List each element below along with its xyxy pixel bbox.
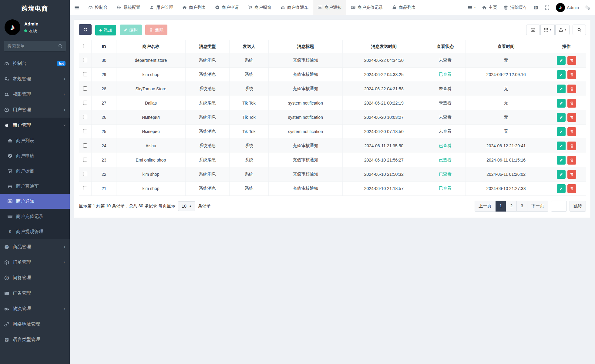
delete-row-button[interactable] [567, 127, 576, 136]
user-menu[interactable]: ♪ ♪ ♪ Admin [556, 3, 579, 12]
edit-row-button[interactable] [557, 142, 566, 150]
sidebar-item-orders[interactable]: 订单管理 ‹ [0, 255, 70, 270]
add-button[interactable]: + 添加 [95, 25, 116, 35]
tab-user-mgmt[interactable]: 用户管理 [145, 0, 178, 15]
page-3-button[interactable]: 3 [516, 201, 527, 212]
delete-row-button[interactable] [567, 56, 576, 65]
sidebar-item-logistics[interactable]: 物流管理 ‹ [0, 301, 70, 316]
list-icon [468, 5, 472, 10]
home-link[interactable]: 主页 [482, 5, 497, 10]
fullscreen-button[interactable] [545, 5, 550, 10]
delete-row-button[interactable] [567, 113, 576, 122]
sidebar-item-goods[interactable]: 商品管理 ‹ [0, 239, 70, 255]
edit-button[interactable]: 编辑 [120, 25, 142, 35]
search-toggle-button[interactable] [573, 25, 586, 35]
cell-type: 系统消息 [185, 53, 229, 68]
tab-goods-list[interactable]: 商品列表 [388, 0, 420, 15]
cell-type: 系统消息 [185, 96, 229, 110]
edit-row-button[interactable] [557, 170, 566, 179]
row-checkbox[interactable] [83, 158, 87, 162]
language-button[interactable] [533, 5, 538, 10]
column-header-sender: 发送人 [230, 40, 269, 53]
columns-button[interactable]: ▾ [540, 25, 555, 35]
status-badge: 未查看 [439, 115, 452, 119]
edit-row-button[interactable] [557, 99, 566, 108]
export-button[interactable]: ▾ [555, 25, 570, 35]
sidebar-item-merchant-list[interactable]: 商户列表 [0, 133, 70, 148]
delete-row-button[interactable] [567, 170, 576, 179]
row-checkbox[interactable] [83, 186, 87, 190]
tab-merchant-express[interactable]: 商户直通车 [276, 0, 313, 15]
trash-icon [570, 130, 574, 134]
tab-list-dropdown[interactable]: ▾ [468, 5, 476, 10]
edit-row-button[interactable] [557, 113, 566, 122]
detail-view-button[interactable] [526, 25, 540, 35]
page-2-button[interactable]: 2 [506, 201, 517, 212]
edit-row-button[interactable] [557, 184, 566, 193]
tab-merchant-notice[interactable]: 商户通知 [313, 0, 346, 15]
cell-type: 系统消息 [185, 110, 229, 125]
next-page-button[interactable]: 下一页 [527, 201, 548, 212]
user-circle-icon [4, 108, 9, 112]
sidebar-item-auth[interactable]: 权限管理 ‹ [0, 87, 70, 102]
row-checkbox[interactable] [83, 115, 87, 119]
sidebar-item-general[interactable]: 常规管理 ‹ [0, 71, 70, 87]
delete-row-button[interactable] [567, 85, 576, 93]
page-size-select[interactable]: 10 ▲ [178, 201, 195, 211]
sidebar-item-merchant-showcase[interactable]: 商户橱窗 [0, 163, 70, 179]
edit-row-button[interactable] [557, 85, 566, 93]
cell-type: 系统消息 [185, 167, 229, 182]
row-checkbox[interactable] [83, 129, 87, 133]
sidebar-item-merchant-recharge[interactable]: 商户充值记录 [0, 209, 70, 224]
row-checkbox[interactable] [83, 58, 87, 62]
clear-cache-button[interactable]: 清除缓存 [503, 5, 527, 10]
edit-row-button[interactable] [557, 127, 566, 136]
jump-button[interactable]: 跳转 [570, 201, 586, 212]
edit-row-button[interactable] [557, 70, 566, 79]
tab-merchant-recharge[interactable]: 商户充值记录 [346, 0, 388, 15]
delete-row-button[interactable] [567, 156, 576, 165]
settings-button[interactable] [585, 5, 590, 10]
edit-row-button[interactable] [557, 56, 566, 65]
row-checkbox[interactable] [83, 86, 87, 91]
cell-view-time: 2024-06-11 01:15:16 [465, 153, 547, 167]
page-1-button[interactable]: 1 [496, 201, 506, 212]
row-checkbox[interactable] [83, 72, 87, 76]
sidebar-item-user-mgmt[interactable]: 用户管理 ‹ [0, 102, 70, 118]
sidebar-item-merchant-express[interactable]: 商户直通车 [0, 179, 70, 194]
tab-dashboard[interactable]: 控制台 [84, 0, 112, 15]
tab-merchant-list[interactable]: 商户列表 [178, 0, 210, 15]
tab-merchant-apply[interactable]: 商户申请 [210, 0, 243, 15]
home-icon [8, 138, 12, 143]
sidebar-item-network[interactable]: 网络地址管理 [0, 316, 70, 332]
hamburger-menu-icon[interactable] [70, 0, 84, 15]
delete-row-button[interactable] [567, 142, 576, 150]
sidebar-item-ads[interactable]: 广告管理 [0, 286, 70, 301]
cell-view-time: 2024-06-10 21:27:33 [465, 182, 547, 196]
sidebar-item-dashboard[interactable]: 控制台 hot [0, 56, 70, 71]
delete-row-button[interactable] [567, 70, 576, 79]
sidebar-item-qa[interactable]: 问答管理 [0, 270, 70, 286]
tab-sysconfig[interactable]: 系统配置 [112, 0, 145, 15]
row-checkbox[interactable] [83, 172, 87, 176]
refresh-button[interactable] [79, 24, 92, 35]
tab-merchant-showcase[interactable]: 商户橱窗 [243, 0, 276, 15]
sidebar-item-merchant[interactable]: 商户管理 ‹ [0, 118, 70, 133]
row-checkbox[interactable] [83, 143, 87, 148]
home-icon [482, 5, 487, 10]
sidebar-item-merchant-notice[interactable]: 商户通知 [0, 194, 70, 209]
sidebar-item-language[interactable]: 语言类型管理 [0, 332, 70, 347]
select-all-checkbox[interactable] [83, 44, 87, 48]
table-row: 26 Империя 系统消息 Tik Tok system notificat… [79, 110, 586, 125]
sidebar-item-merchant-apply[interactable]: 商户申请 [0, 148, 70, 163]
jump-page-input[interactable] [551, 201, 567, 212]
delete-row-button[interactable] [567, 99, 576, 108]
search-icon[interactable] [58, 44, 63, 48]
row-checkbox[interactable] [83, 101, 87, 105]
search-input[interactable] [4, 41, 66, 52]
sidebar-item-merchant-withdraw[interactable]: 商户提现管理 [0, 224, 70, 239]
prev-page-button[interactable]: 上一页 [475, 201, 496, 212]
edit-row-button[interactable] [557, 156, 566, 165]
delete-button[interactable]: 删除 [145, 25, 167, 35]
delete-row-button[interactable] [567, 184, 576, 193]
